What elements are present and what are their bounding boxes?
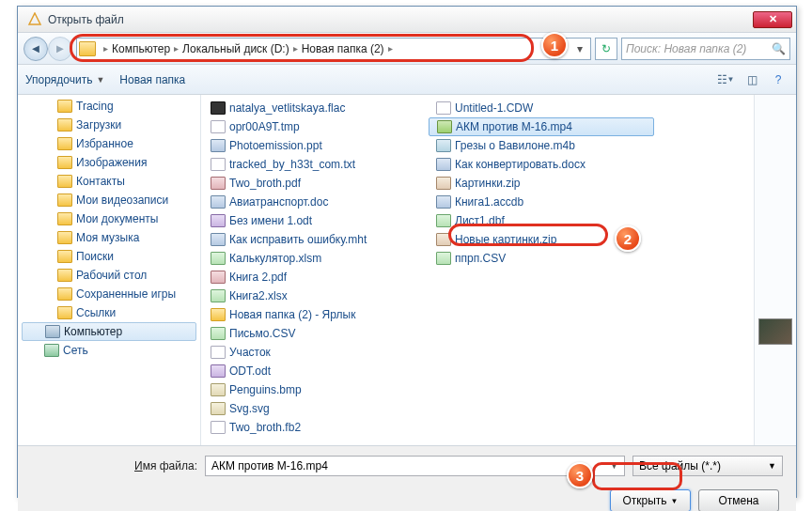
file-name: Новые картинки.zip xyxy=(455,233,556,246)
breadcrumb-seg[interactable]: Компьютер xyxy=(112,42,170,55)
file-name: Участок xyxy=(229,346,271,359)
preview-pane-button[interactable]: ◫ xyxy=(742,70,762,90)
tree-item-label: Мои документы xyxy=(76,212,158,225)
file-item[interactable]: natalya_vetlitskaya.flac xyxy=(203,99,429,117)
file-item[interactable]: Как конвертировать.docx xyxy=(429,155,654,174)
tree-item[interactable]: Сеть xyxy=(18,341,200,360)
forward-button[interactable]: ► xyxy=(48,37,72,61)
close-button[interactable]: ✕ xyxy=(753,11,792,28)
refresh-button[interactable]: ↻ xyxy=(595,38,617,60)
file-item[interactable]: Svg.svg xyxy=(203,399,429,418)
file-icon xyxy=(211,308,226,321)
file-item[interactable]: Книга 2.pdf xyxy=(203,268,429,286)
tree-item[interactable]: Изображения xyxy=(18,153,200,172)
file-icon xyxy=(211,252,226,265)
file-icon xyxy=(211,120,226,133)
file-type-filter[interactable]: Все файлы (*.*)▼ xyxy=(632,456,783,476)
computer-icon xyxy=(45,325,60,338)
tree-item-label: Моя музыка xyxy=(76,231,139,244)
file-name: ODT.odt xyxy=(229,364,271,378)
open-button[interactable]: Открыть▼ xyxy=(610,489,691,511)
cancel-button[interactable]: Отмена xyxy=(698,489,779,511)
chevron-down-icon[interactable]: ▼ xyxy=(610,461,618,471)
tree-item[interactable]: Поиски xyxy=(18,247,200,266)
tree-item[interactable]: Избранное xyxy=(18,134,200,153)
file-icon xyxy=(436,252,451,265)
tree-item[interactable]: Моя музыка xyxy=(18,228,200,247)
search-input[interactable]: Поиск: Новая папка (2) 🔍 xyxy=(621,38,790,60)
open-file-dialog: Открыть файл ✕ ◄ ► ▸ Компьютер ▸ Локальн… xyxy=(17,6,797,498)
tree-item[interactable]: Компьютер xyxy=(22,322,196,341)
file-item[interactable]: Авиатранспорт.doc xyxy=(203,193,429,211)
file-item[interactable]: Как исправить ошибку.mht xyxy=(203,230,429,249)
file-item[interactable]: Penguins.bmp xyxy=(203,380,429,399)
file-item[interactable]: Two_broth.pdf xyxy=(203,174,429,193)
file-icon xyxy=(211,101,226,115)
tree-item[interactable]: Рабочий стол xyxy=(18,266,200,285)
breadcrumb-seg[interactable]: Локальный диск (D:) xyxy=(182,42,289,55)
file-item[interactable]: Картинки.zip xyxy=(429,174,654,193)
file-icon xyxy=(436,214,451,227)
new-folder-button[interactable]: Новая папка xyxy=(119,73,185,86)
folder-tree[interactable]: TracingЗагрузкиИзбранноеИзображенияКонта… xyxy=(18,95,201,445)
file-name: Авиатранспорт.doc xyxy=(229,195,328,209)
file-icon xyxy=(211,177,226,190)
file-item[interactable]: opr00A9T.tmp xyxy=(203,117,429,136)
tree-item[interactable]: Сохраненные игры xyxy=(18,285,200,303)
tree-item[interactable]: Tracing xyxy=(18,97,200,116)
file-name: Книга1.accdb xyxy=(455,195,523,209)
file-item[interactable]: Untitled-1.CDW xyxy=(429,99,654,117)
organize-menu[interactable]: Упорядочить▼ xyxy=(25,73,104,86)
file-item[interactable]: Новая папка (2) - Ярлык xyxy=(203,305,429,324)
window-title: Открыть файл xyxy=(48,13,753,26)
tree-item-label: Сохраненные игры xyxy=(76,287,176,301)
help-button[interactable]: ? xyxy=(768,70,789,90)
file-name: Penguins.bmp xyxy=(229,383,302,396)
folder-icon xyxy=(57,194,72,207)
file-name: Как конвертировать.docx xyxy=(455,158,586,171)
address-bar[interactable]: ▸ Компьютер ▸ Локальный диск (D:) ▸ Нова… xyxy=(76,38,591,60)
file-item[interactable]: Two_broth.fb2 xyxy=(203,418,429,437)
folder-icon xyxy=(57,156,72,169)
tree-item-label: Загрузки xyxy=(76,118,121,132)
file-item[interactable]: Без имени 1.odt xyxy=(203,211,429,230)
titlebar: Открыть файл ✕ xyxy=(18,7,796,33)
file-name: Грезы о Вавилоне.m4b xyxy=(455,139,575,152)
file-item[interactable]: Книга2.xlsx xyxy=(203,286,429,305)
split-button-chevron-icon[interactable]: ▼ xyxy=(671,497,679,505)
file-item[interactable]: ппрп.CSV xyxy=(429,249,654,268)
breadcrumb-seg[interactable]: Новая папка (2) xyxy=(302,42,384,55)
file-item[interactable]: Участок xyxy=(203,343,429,362)
file-icon xyxy=(211,195,226,209)
file-item[interactable]: Грезы о Вавилоне.m4b xyxy=(429,136,654,155)
tree-item[interactable]: Мои документы xyxy=(18,209,200,228)
file-item[interactable]: Письмо.CSV xyxy=(203,324,429,343)
file-icon xyxy=(211,421,226,434)
address-dropdown[interactable]: ▾ xyxy=(571,39,588,59)
file-list[interactable]: natalya_vetlitskaya.flacopr00A9T.tmpPhot… xyxy=(201,95,754,445)
filename-label: Имя файла: xyxy=(134,459,197,472)
file-item[interactable]: ODT.odt xyxy=(203,362,429,380)
folder-icon xyxy=(57,118,72,132)
tree-item[interactable]: Загрузки xyxy=(18,116,200,134)
file-icon xyxy=(437,120,452,133)
filename-input[interactable]: АКМ против М-16.mp4▼ xyxy=(205,456,625,476)
file-name: Photoemission.ppt xyxy=(229,139,322,152)
file-icon xyxy=(211,402,226,415)
file-item[interactable]: tracked_by_h33t_com.txt xyxy=(203,155,429,174)
view-options-button[interactable]: ☷ ▼ xyxy=(715,70,736,90)
file-item[interactable]: Калькулятор.xlsm xyxy=(203,249,429,268)
folder-icon xyxy=(57,306,72,319)
tree-item[interactable]: Ссылки xyxy=(18,303,200,322)
file-item[interactable]: АКМ против М-16.mp4 xyxy=(429,117,654,136)
file-item[interactable]: Photoemission.ppt xyxy=(203,136,429,155)
network-icon xyxy=(44,344,59,357)
file-item[interactable]: Книга1.accdb xyxy=(429,193,654,211)
back-button[interactable]: ◄ xyxy=(23,37,48,61)
tree-item[interactable]: Мои видеозаписи xyxy=(18,191,200,209)
folder-icon xyxy=(57,137,72,150)
tree-item[interactable]: Контакты xyxy=(18,172,200,191)
folder-icon xyxy=(57,231,72,244)
chevron-down-icon: ▼ xyxy=(96,75,104,85)
tree-item-label: Контакты xyxy=(76,175,125,188)
